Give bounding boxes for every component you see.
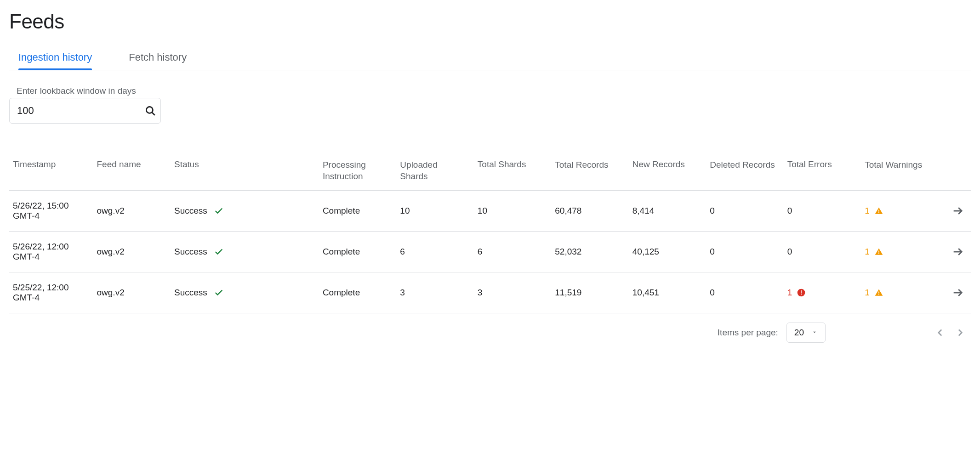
cell-total-shards: 10	[474, 191, 551, 232]
lookback-label: Enter lookback window in days	[17, 86, 971, 96]
svg-rect-6	[878, 253, 879, 254]
status-text: Success	[174, 206, 207, 216]
tab-fetch-history[interactable]: Fetch history	[129, 47, 187, 70]
total-warnings-value: 1	[865, 247, 870, 257]
cell-uploaded-shards: 10	[396, 191, 473, 232]
cell-feed-name: owg.v2	[93, 232, 171, 272]
lookback-field[interactable]	[9, 98, 161, 124]
cell-total-warnings: 1	[861, 272, 932, 313]
page-size-value: 20	[794, 328, 804, 338]
cell-spacer	[255, 272, 319, 313]
cell-feed-name: owg.v2	[93, 272, 171, 313]
tab-ingestion-history[interactable]: Ingestion history	[18, 47, 92, 70]
cell-deleted-records: 0	[706, 191, 783, 232]
cell-uploaded-shards: 6	[396, 232, 473, 272]
table-row: 5/26/22, 15:00 GMT-4owg.v2SuccessComplet…	[9, 191, 971, 232]
warning-icon	[874, 206, 883, 215]
cell-uploaded-shards: 3	[396, 272, 473, 313]
status-text: Success	[174, 288, 207, 298]
warning-icon	[874, 247, 883, 256]
cell-processing-instruction: Complete	[319, 272, 396, 313]
row-details-button[interactable]	[932, 272, 971, 313]
tabs: Ingestion history Fetch history	[9, 47, 971, 70]
cell-new-records: 40,125	[629, 232, 706, 272]
col-header-total-errors: Total Errors	[784, 156, 861, 191]
svg-rect-5	[878, 251, 879, 253]
svg-rect-3	[878, 212, 879, 213]
cell-total-errors: 0	[784, 191, 861, 232]
ingestion-table: Timestamp Feed name Status Processing In…	[9, 156, 971, 313]
col-header-new-records: New Records	[629, 156, 706, 191]
svg-rect-9	[801, 290, 802, 294]
cell-status: Success	[171, 191, 255, 232]
cell-total-shards: 3	[474, 272, 551, 313]
warning-icon	[874, 288, 883, 297]
col-header-feed-name: Feed name	[93, 156, 171, 191]
check-icon	[214, 206, 224, 216]
col-header-status: Status	[171, 156, 255, 191]
pagination-label: Items per page:	[718, 328, 778, 338]
page-size-select[interactable]: 20	[786, 323, 826, 343]
total-warnings-value: 1	[865, 206, 870, 216]
total-errors-value: 0	[787, 206, 792, 215]
col-header-total-records: Total Records	[551, 156, 628, 191]
cell-spacer	[255, 232, 319, 272]
cell-new-records: 8,414	[629, 191, 706, 232]
cell-timestamp: 5/26/22, 12:00 GMT-4	[9, 232, 93, 272]
cell-total-records: 60,478	[551, 191, 628, 232]
cell-deleted-records: 0	[706, 272, 783, 313]
svg-rect-10	[801, 294, 802, 295]
cell-status: Success	[171, 272, 255, 313]
arrow-right-icon	[952, 245, 964, 258]
total-warnings-value: 1	[865, 288, 870, 298]
cell-deleted-records: 0	[706, 232, 783, 272]
col-header-total-warnings: Total Warnings	[861, 156, 932, 191]
svg-point-0	[146, 107, 153, 113]
cell-total-warnings: 1	[861, 191, 932, 232]
cell-total-errors: 0	[784, 232, 861, 272]
search-icon[interactable]	[144, 105, 156, 117]
cell-total-errors: 1	[784, 272, 861, 313]
arrow-right-icon	[952, 286, 964, 299]
cell-total-warnings: 1	[861, 232, 932, 272]
total-errors-value: 1	[787, 288, 792, 298]
error-icon	[797, 288, 806, 297]
pagination: Items per page: 20	[9, 323, 971, 343]
status-text: Success	[174, 247, 207, 257]
next-page-button[interactable]	[954, 327, 966, 339]
col-header-processing-instruction: Processing Instruction	[319, 156, 396, 191]
col-header-timestamp: Timestamp	[9, 156, 93, 191]
col-header-uploaded-shards: Uploaded Shards	[396, 156, 473, 191]
col-header-deleted-records: Deleted Records	[706, 156, 783, 191]
col-header-total-shards: Total Shards	[474, 156, 551, 191]
total-errors-value: 0	[787, 247, 792, 256]
cell-timestamp: 5/26/22, 15:00 GMT-4	[9, 191, 93, 232]
cell-new-records: 10,451	[629, 272, 706, 313]
svg-rect-12	[878, 294, 879, 295]
cell-total-records: 52,032	[551, 232, 628, 272]
arrow-right-icon	[952, 204, 964, 217]
check-icon	[214, 247, 224, 257]
table-row: 5/26/22, 12:00 GMT-4owg.v2SuccessComplet…	[9, 232, 971, 272]
cell-processing-instruction: Complete	[319, 232, 396, 272]
page-title: Feeds	[9, 10, 971, 33]
table-row: 5/25/22, 12:00 GMT-4owg.v2SuccessComplet…	[9, 272, 971, 313]
col-header-spacer	[255, 156, 319, 191]
check-icon	[214, 288, 224, 298]
dropdown-icon	[811, 328, 818, 338]
cell-spacer	[255, 191, 319, 232]
cell-timestamp: 5/25/22, 12:00 GMT-4	[9, 272, 93, 313]
cell-processing-instruction: Complete	[319, 191, 396, 232]
svg-line-1	[152, 113, 155, 115]
prev-page-button[interactable]	[934, 327, 946, 339]
svg-rect-2	[878, 210, 879, 212]
lookback-input[interactable]	[16, 104, 144, 117]
cell-status: Success	[171, 232, 255, 272]
col-header-arrow	[932, 156, 971, 191]
row-details-button[interactable]	[932, 232, 971, 272]
cell-total-records: 11,519	[551, 272, 628, 313]
svg-rect-11	[878, 292, 879, 294]
row-details-button[interactable]	[932, 191, 971, 232]
cell-total-shards: 6	[474, 232, 551, 272]
cell-feed-name: owg.v2	[93, 191, 171, 232]
